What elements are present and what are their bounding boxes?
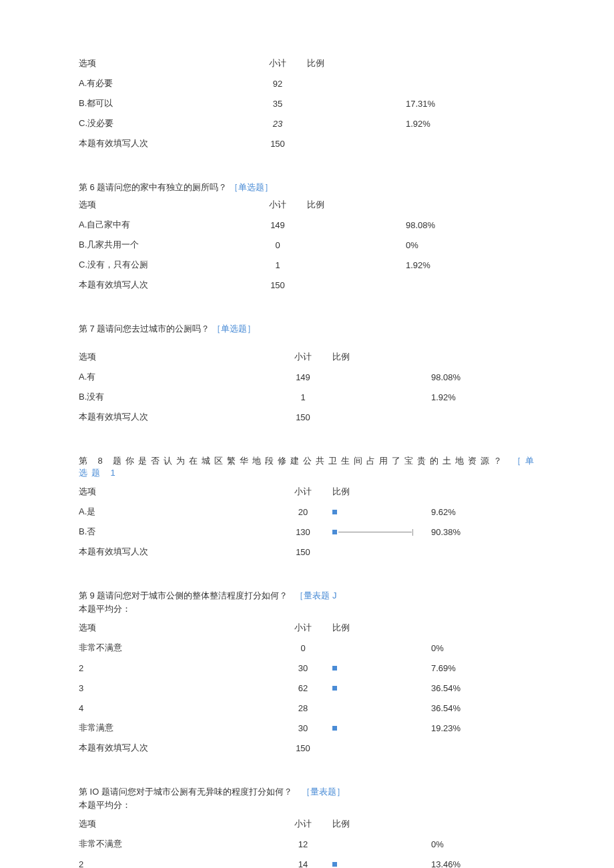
header-row: 选项 小计 比例	[79, 53, 541, 73]
bar-marker-icon	[332, 666, 337, 671]
table-row: 2 30 7.69%	[79, 658, 541, 678]
table-row: A.是 20 9.62%	[79, 502, 541, 522]
table-row: A.自己家中有 149 98.08%	[79, 215, 541, 235]
table-row: 3 62 36.54%	[79, 678, 541, 698]
table-row: 非常满意 30 19.23%	[79, 718, 541, 738]
table-row: A.有 149 98.08%	[79, 367, 541, 387]
header-row: 选项 小计 比例	[79, 482, 541, 502]
question-title: 第 IO 题请问您对于城市公厕有无异味的程度打分如何？ ［量表题］	[79, 786, 541, 798]
bar-marker-icon	[332, 686, 337, 691]
question-5: 选项 小计 比例 A.有必要 92 B.都可以 35 17.31% C.没必要 …	[79, 53, 541, 153]
bar-marker-icon	[332, 510, 337, 514]
question-6: 第 6 题请问您的家中有独立的厕所吗？ ［单选题］ 选项 小计 比例 A.自己家…	[79, 181, 541, 295]
col-option: 选项	[79, 57, 254, 69]
table-row: C.没必要 23 1.92%	[79, 113, 541, 133]
bar-marker-icon	[332, 530, 337, 534]
avg-label: 本题平均分：	[79, 603, 541, 615]
col-ratio: 比例	[302, 57, 406, 69]
col-count: 小计	[254, 57, 302, 69]
question-tag: ［量表题］	[302, 787, 345, 797]
total-row: 本题有效填写人次 150	[79, 738, 541, 758]
question-9: 第 9 题请问您对于城市公侧的整体整洁程度打分如何？ ［量表题 J 本题平均分：…	[79, 590, 541, 758]
table-row: B.几家共用一个 0 0%	[79, 235, 541, 255]
question-7: 第 7 题请问您去过城市的公厕吗？ ［单选题］ 选项 小计 比例 A.有 149…	[79, 323, 541, 427]
question-8: 第 8 题你是否认为在城区繁华地段修建公共卫生间占用了宝贵的土地资源？ ［单选题…	[79, 455, 541, 562]
table-row: 2 14 13.46%	[79, 854, 541, 868]
header-row: 选项 小计 比例	[79, 814, 541, 834]
table-row: 非常不满意 12 0%	[79, 834, 541, 854]
table-row: 非常不满意 0 0%	[79, 638, 541, 658]
total-row: 本题有效填写人次 150	[79, 407, 541, 427]
bar-marker-icon	[332, 726, 337, 731]
question-tag: ［量表题 J	[295, 590, 336, 600]
bar-marker-icon	[332, 862, 337, 867]
header-row: 选项 小计 比例	[79, 618, 541, 638]
total-row: 本题有效填写人次 150	[79, 275, 541, 295]
table-row: B.没有 1 1.92%	[79, 387, 541, 407]
table-row: A.有必要 92	[79, 73, 541, 93]
total-row: 本题有效填写人次 150	[79, 542, 541, 562]
bar-line	[338, 532, 412, 532]
question-title: 第 7 题请问您去过城市的公厕吗？ ［单选题］	[79, 323, 541, 335]
question-title: 第 9 题请问您对于城市公侧的整体整洁程度打分如何？ ［量表题 J	[79, 590, 541, 602]
question-10: 第 IO 题请问您对于城市公厕有无异味的程度打分如何？ ［量表题］ 本题平均分：…	[79, 786, 541, 868]
avg-label: 本题平均分：	[79, 799, 541, 811]
table-row: 4 28 36.54%	[79, 698, 541, 718]
total-row: 本题有效填写人次 150	[79, 133, 541, 153]
table-row: B.都可以 35 17.31%	[79, 93, 541, 113]
table-row: C.没有，只有公厕 1 1.92%	[79, 255, 541, 275]
header-row: 选项 小计 比例	[79, 347, 541, 367]
question-tag: ［单选题］	[230, 182, 273, 192]
table-row: B.否 130 | 90.38%	[79, 522, 541, 542]
question-title: 第 8 题你是否认为在城区繁华地段修建公共卫生间占用了宝贵的土地资源？ ［单选题…	[79, 455, 541, 479]
question-title: 第 6 题请问您的家中有独立的厕所吗？ ［单选题］	[79, 181, 541, 193]
header-row: 选项 小计 比例	[79, 195, 541, 215]
question-tag: ［单选题］	[212, 324, 256, 334]
